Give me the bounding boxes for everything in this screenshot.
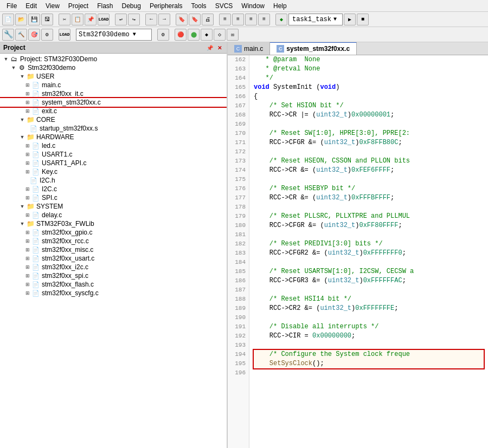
tree-item-fwlib-i2c-c[interactable]: ⊞ 📄 stm32f0xx_i2c.c [0,263,227,271]
tree-item-user[interactable]: ▼ 📁 USER [0,72,227,81]
expander-fwlib-i2c-c[interactable]: ⊞ [24,263,31,271]
code-text[interactable]: * @param None * @retval None */ void Sys… [249,55,488,448]
expander-key-c[interactable]: ⊞ [24,168,31,176]
tree-item-flash-c[interactable]: ⊞ 📄 stm32f0xx_flash.c [0,280,227,289]
code-container[interactable]: 162 163 164 165 166 167 168 169 170 171 … [228,55,488,448]
align-justify-button[interactable]: ≡ [258,14,270,25]
expander-usart1-c[interactable]: ⊞ [24,151,31,158]
redo-button[interactable]: ↪ [128,14,140,25]
menu-peripherals[interactable]: Peripherals [145,1,187,11]
menu-tools[interactable]: Tools [187,1,211,11]
expander-syscfg-c[interactable]: ⊞ [24,289,31,297]
rebuild-button[interactable]: 🔨 [15,29,27,41]
menu-window[interactable]: Window [237,1,269,11]
expander-usart-c[interactable]: ⊞ [24,255,31,262]
tree-item-spi-c[interactable]: ⊞ 📄 SPI.c [0,193,227,202]
menu-edit[interactable]: Edit [21,1,41,11]
paste-button[interactable]: 📌 [85,14,97,25]
undo-button[interactable]: ↩ [115,14,127,25]
menu-help[interactable]: Help [269,1,291,11]
tree-item-startup-s[interactable]: 📄 startup_stm32f0xx.s [0,124,227,133]
align-center-button[interactable]: ≡ [245,14,257,25]
expander-root[interactable]: ▼ [2,55,10,63]
tree-item-hardware[interactable]: ▼ 📁 HARDWARE [0,133,227,141]
cut-button[interactable]: ✂ [59,14,70,25]
expander-main-c[interactable]: ⊞ [24,81,31,89]
tree-item-misc-c[interactable]: ⊞ 📄 stm32f0xx_misc.c [0,245,227,254]
tree-item-i2c-h[interactable]: 📄 I2C.h [0,176,227,185]
print-button[interactable]: 🖨 [202,14,214,25]
forward-button[interactable]: → [158,14,170,25]
bookmarks2-button[interactable]: 🔖 [189,14,201,25]
menu-file[interactable]: File [2,1,21,11]
load-button[interactable]: LOAD [98,14,110,25]
back-button[interactable]: ← [145,14,157,25]
pin-icon[interactable]: 📌 [206,44,214,51]
build-button[interactable]: 🔧 [2,29,14,41]
expander-fwlib[interactable]: ▼ [18,220,26,228]
expander-flash-c[interactable]: ⊞ [24,281,31,288]
menu-debug[interactable]: Debug [118,1,145,11]
expander-fwlib-spi-c[interactable]: ⊞ [24,272,31,280]
target-button[interactable]: 🎯 [28,29,40,41]
bookmarks-button[interactable]: 🔖 [176,14,188,25]
menu-view[interactable]: View [41,1,64,11]
tree-item-system-c[interactable]: ⊞ 📄 system_stm32f0xx.c [0,98,227,107]
tree-item-usart1-c[interactable]: ⊞ 📄 USART1.c [0,150,227,159]
tree-item-main-c[interactable]: ⊞ 📄 main.c [0,81,227,89]
configure-button[interactable]: ⚙ [157,29,169,41]
expander-system-folder[interactable]: ▼ [18,203,26,210]
expander-i2c-c[interactable]: ⊞ [24,185,31,193]
tab-system-c[interactable]: C system_stm32f0xx.c [270,42,357,55]
task-stop-button[interactable]: ■ [357,14,369,25]
tree-item-key-c[interactable]: ⊞ 📄 Key.c [0,167,227,176]
open-button[interactable]: 📂 [15,14,27,25]
project-dropdown[interactable]: Stm32f030demo ▼ [76,29,152,41]
tree-item-led-c[interactable]: ⊞ 📄 led.c [0,141,227,150]
expander-stm32[interactable]: ▼ [10,64,17,72]
close-panel-icon[interactable]: ✕ [216,44,223,51]
tool4-button[interactable]: ◇ [214,29,226,41]
tree-item-usart1api-c[interactable]: ⊞ 📄 USART1_API.c [0,159,227,167]
expander-user[interactable]: ▼ [18,73,26,80]
expander-system-c[interactable]: ⊞ [24,99,31,106]
expander-delay-c[interactable]: ⊞ [24,211,31,219]
tool1-button[interactable]: 🔴 [175,29,187,41]
target2-button[interactable]: ⚙ [41,29,53,41]
expander-led-c[interactable]: ⊞ [24,142,31,150]
tree-item-fwlib-spi-c[interactable]: ⊞ 📄 stm32f0xx_spi.c [0,271,227,280]
menu-flash[interactable]: Flash [93,1,117,11]
tree-item-exit-c[interactable]: ⊞ 📄 exit.c [0,107,227,115]
expander-gpio-c[interactable]: ⊞ [24,229,31,236]
menu-svcs[interactable]: SVCS [211,1,237,11]
diamond-button[interactable]: ◆ [275,14,287,25]
save-all-button[interactable]: 🖫 [41,14,53,25]
tree-item-stm32[interactable]: ▼ ⚙ Stm32f030demo [0,63,227,72]
task-go-button[interactable]: ▶ [344,14,356,25]
save-button[interactable]: 💾 [28,14,40,25]
expander-usart1api-c[interactable]: ⊞ [24,159,31,167]
expander-hardware[interactable]: ▼ [18,133,26,141]
tree-item-system-folder[interactable]: ▼ 📁 SYSTEM [0,202,227,211]
align-right-button[interactable]: ≡ [232,14,244,25]
tree-item-gpio-c[interactable]: ⊞ 📄 stm32f0xx_gpio.c [0,228,227,237]
menu-project[interactable]: Project [64,1,93,11]
tree-item-core[interactable]: ▼ 📁 CORE [0,115,227,124]
tree-item-syscfg-c[interactable]: ⊞ 📄 stm32f0xx_syscfg.c [0,289,227,297]
tree-item-it-c[interactable]: ⊞ 📄 stm32f0xx_it.c [0,89,227,98]
tool3-button[interactable]: ◆ [201,29,213,41]
copy-button[interactable]: 📋 [72,14,84,25]
expander-it-c[interactable]: ⊞ [24,90,31,98]
expander-misc-c[interactable]: ⊞ [24,246,31,254]
new-button[interactable]: 📄 [2,14,14,25]
tab-main-c[interactable]: C main.c [228,42,270,55]
expander-exit-c[interactable]: ⊞ [24,107,31,115]
tree-item-fwlib[interactable]: ▼ 📁 STM32F03x_FWLib [0,219,227,228]
align-left-button[interactable]: ≡ [219,14,231,25]
expander-core[interactable]: ▼ [18,116,26,124]
load-fw-button[interactable]: LOAD [59,29,70,41]
task-selector[interactable]: task1_task ▼ [288,14,343,25]
tree-item-usart-c[interactable]: ⊞ 📄 stm32f0xx_usart.c [0,254,227,263]
tree-item-rcc-c[interactable]: ⊞ 📄 stm32f0xx_rcc.c [0,237,227,245]
email-button[interactable]: ✉ [227,29,239,41]
